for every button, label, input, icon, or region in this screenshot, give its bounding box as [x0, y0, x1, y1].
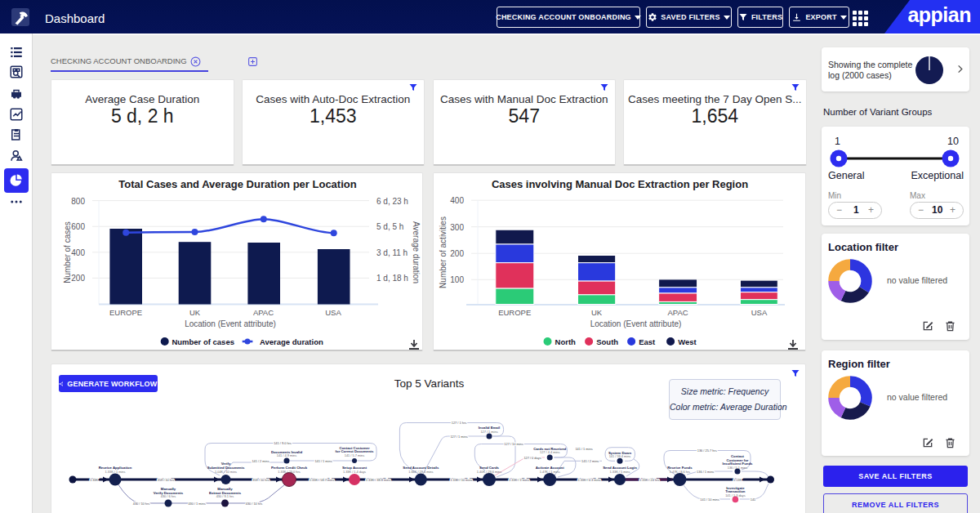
svg-text:430 / 6 hrs: 430 / 6 hrs	[161, 494, 176, 498]
svg-text:136 / 25.7 hrs: 136 / 25.7 hrs	[697, 448, 717, 453]
svg-text:East: East	[639, 337, 656, 346]
svg-text:EUROPE: EUROPE	[109, 308, 142, 317]
svg-text:3 d, 11 h: 3 d, 11 h	[376, 248, 408, 257]
svg-text:141: 141	[751, 497, 756, 502]
svg-text:400: 400	[450, 196, 464, 205]
svg-text:430 / 10 hrs: 430 / 10 hrs	[133, 502, 150, 506]
svg-text:141 / 4.9 mins: 141 / 4.9 mins	[277, 453, 296, 457]
svg-text:141 / 10 mins: 141 / 10 mins	[700, 497, 719, 502]
svg-text:Number of cases: Number of cases	[63, 221, 72, 283]
svg-text:1.04K / 10 mins: 1.04K / 10 mins	[215, 470, 237, 474]
svg-text:141 / 2 mins: 141 / 2 mins	[252, 459, 269, 463]
svg-text:127 / 1 mins: 127 / 1 mins	[480, 430, 497, 434]
svg-text:1.40K / 29.6 mins: 1.40K / 29.6 mins	[477, 470, 501, 474]
svg-text:1.33K / 5 mins: 1.33K / 5 mins	[610, 470, 630, 474]
svg-text:1.33K / 24 hrs: 1.33K / 24 hrs	[639, 478, 659, 482]
svg-text:400: 400	[71, 248, 85, 257]
svg-text:1 d, 18 h: 1 d, 18 h	[376, 274, 408, 283]
svg-text:1.33K / 1 mins: 1.33K / 1 mins	[509, 478, 529, 482]
svg-text:200: 200	[450, 249, 464, 258]
svg-text:127 / 10 mins: 127 / 10 mins	[504, 442, 523, 446]
svg-text:141 / 59.4 mins: 141 / 59.4 mins	[609, 454, 631, 458]
svg-text:Location (Event attribute): Location (Event attribute)	[590, 319, 681, 328]
svg-text:1.33K / 1.4 days: 1.33K / 1.4 days	[343, 470, 366, 474]
svg-text:UK: UK	[189, 308, 201, 317]
svg-text:USA: USA	[325, 308, 341, 317]
svg-text:800: 800	[71, 197, 85, 206]
svg-text:Average duration: Average duration	[260, 337, 323, 346]
svg-text:359 / 10 hrs: 359 / 10 hrs	[158, 478, 175, 482]
svg-text:Number of cases: Number of cases	[172, 337, 234, 346]
svg-text:359 / 10 hrs: 359 / 10 hrs	[252, 478, 270, 482]
svg-text:1.33K / 1 mins: 1.33K / 1 mins	[105, 470, 126, 474]
svg-text:5 d, 5 h: 5 d, 5 h	[376, 222, 403, 231]
svg-text:EUROPE: EUROPE	[498, 308, 531, 317]
svg-text:UK: UK	[590, 308, 602, 317]
svg-text:100: 100	[450, 275, 464, 284]
svg-text:200: 200	[71, 274, 85, 283]
svg-text:6 d, 23 h: 6 d, 23 h	[376, 197, 408, 206]
svg-text:1.47K / 8.6 hrs: 1.47K / 8.6 hrs	[670, 470, 690, 474]
svg-text:1.66K / 29.4 mins: 1.66K / 29.4 mins	[408, 470, 433, 474]
svg-text:141 / 9.0 hrs: 141 / 9.0 hrs	[274, 441, 292, 445]
svg-text:1.33K / 10 mins: 1.33K / 10 mins	[450, 478, 472, 482]
svg-text:1.13K: 1.13K	[733, 478, 742, 482]
svg-text:1.33K / 4.3 mins: 1.33K / 4.3 mins	[577, 478, 600, 482]
svg-text:Average duration: Average duration	[412, 221, 421, 283]
svg-text:1.47K / 1 mins: 1.47K / 1 mins	[540, 470, 560, 474]
svg-text:1.33K / 23.0 hrs: 1.33K / 23.0 hrs	[278, 470, 301, 474]
svg-text:141 / 1 mins: 141 / 1 mins	[314, 459, 332, 463]
svg-text:127 / 0 days: 127 / 0 days	[523, 456, 541, 460]
svg-text:Total Cases and Average Durati: Total Cases and Average Duration per Loc…	[118, 178, 356, 190]
svg-text:430 / 9.1 hrs: 430 / 9.1 hrs	[216, 494, 234, 498]
svg-text:127 / 1 hrs: 127 / 1 hrs	[452, 421, 466, 425]
svg-text:136 / 1 mins: 136 / 1 mins	[697, 470, 714, 474]
svg-text:127 / 1 mins: 127 / 1 mins	[450, 435, 467, 439]
svg-text:USA: USA	[751, 308, 767, 317]
svg-text:1.33K: 1.33K	[90, 478, 99, 482]
svg-text:141 / 1.3 days: 141 / 1.3 days	[725, 493, 745, 497]
svg-text:141 / 2 mins: 141 / 2 mins	[581, 459, 599, 463]
svg-text:430 / 1 mins: 430 / 1 mins	[188, 502, 205, 506]
svg-text:127 / 4.4 mins: 127 / 4.4 mins	[540, 450, 559, 454]
svg-text:141 / 1 mins: 141 / 1 mins	[575, 447, 592, 451]
svg-text:Location (Event attribute): Location (Event attribute)	[185, 319, 276, 328]
svg-text:South: South	[596, 337, 618, 346]
svg-text:300: 300	[450, 223, 464, 232]
svg-text:West: West	[678, 337, 697, 346]
svg-text:1.33K / 38.8 mins: 1.33K / 38.8 mins	[366, 478, 390, 482]
svg-text:141 / 5.7 mins: 141 / 5.7 mins	[345, 453, 364, 457]
svg-text:430 / 10 hrs: 430 / 10 hrs	[246, 502, 263, 506]
svg-text:600: 600	[71, 222, 85, 231]
svg-text:1.33K / 58.7 mins: 1.33K / 58.7 mins	[310, 478, 334, 482]
svg-text:APAC: APAC	[667, 308, 688, 317]
svg-text:Number of activities: Number of activities	[439, 216, 448, 288]
svg-text:North: North	[555, 337, 576, 346]
svg-text:136 / 5.1 mins: 136 / 5.1 mins	[728, 466, 747, 470]
svg-text:APAC: APAC	[253, 308, 274, 317]
svg-text:Cases involving Manual Doc Ext: Cases involving Manual Doc Extraction pe…	[491, 178, 747, 190]
